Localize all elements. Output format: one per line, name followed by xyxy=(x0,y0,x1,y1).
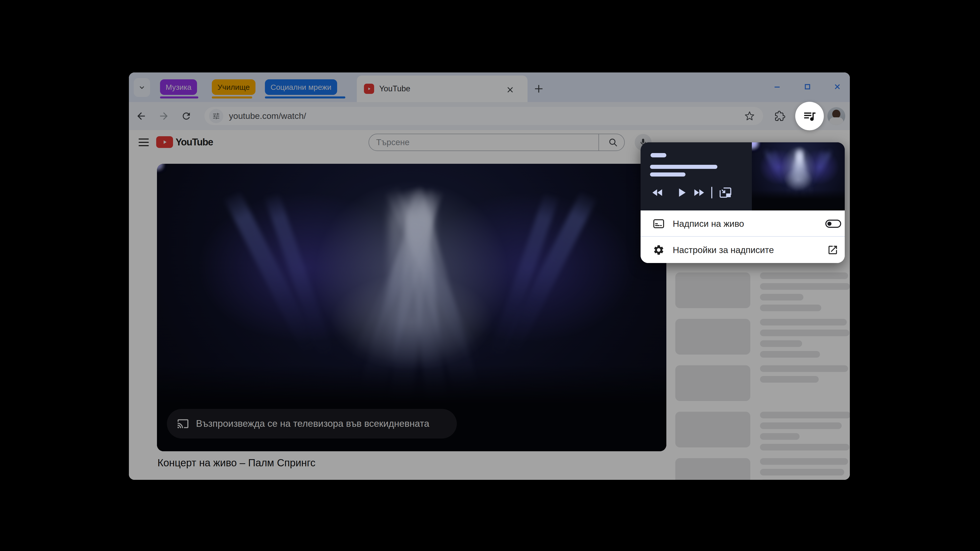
browser-window: Музика Училище Социални мрежи YouTube xyxy=(129,73,850,480)
caption-settings-row[interactable]: Настройки за надписите xyxy=(641,237,845,263)
dim-overlay xyxy=(129,73,850,480)
open-in-new-icon xyxy=(826,237,840,263)
live-captions-icon xyxy=(652,210,665,237)
previous-track-button[interactable] xyxy=(648,183,668,203)
caption-settings-label: Настройки за надписите xyxy=(673,237,774,263)
live-captions-label: Надписи на живо xyxy=(673,210,744,237)
media-controls-popup: Надписи на живо Настройки за надписите xyxy=(641,142,845,263)
toggle-knob xyxy=(827,222,832,226)
media-album-art xyxy=(752,142,845,210)
live-captions-row[interactable]: Надписи на живо xyxy=(641,210,845,237)
live-captions-toggle[interactable] xyxy=(825,220,841,228)
media-session-card xyxy=(641,142,845,210)
picture-in-picture-button[interactable] xyxy=(715,183,735,203)
controls-divider xyxy=(711,187,712,198)
concert-stage-art xyxy=(752,142,845,210)
media-controls-toolbar-button[interactable] xyxy=(795,102,824,130)
captions-settings-gear-icon xyxy=(652,237,665,263)
queue-music-icon xyxy=(802,109,817,123)
next-track-button[interactable] xyxy=(689,183,709,203)
screen-background: Музика Училище Социални мрежи YouTube xyxy=(0,0,980,551)
